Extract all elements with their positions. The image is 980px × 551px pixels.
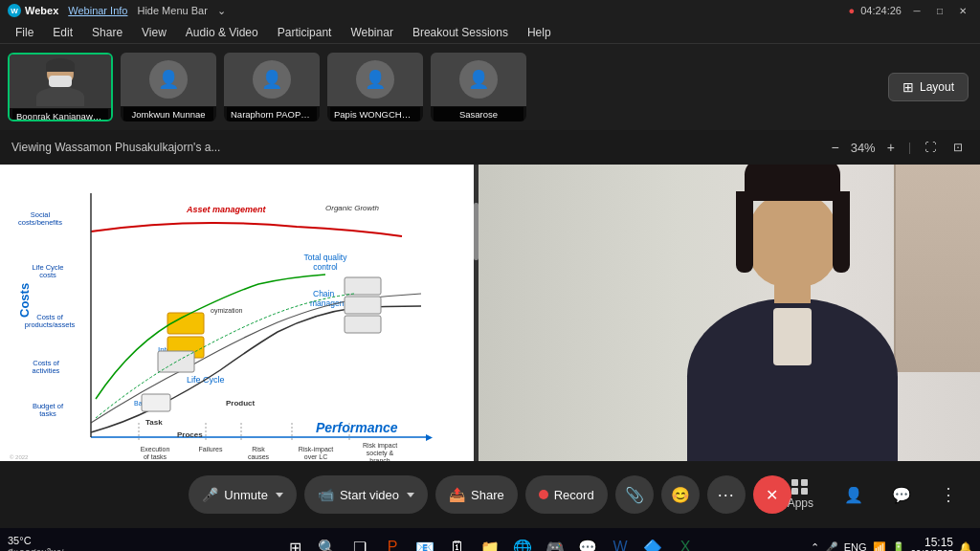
svg-text:oymization: oymization bbox=[211, 307, 243, 315]
speaker-hair bbox=[745, 165, 840, 201]
menu-toggle-icon[interactable]: ⌄ bbox=[217, 5, 226, 17]
menu-webinar[interactable]: Webinar bbox=[343, 24, 400, 41]
webinar-info-link[interactable]: Webinar Info bbox=[68, 5, 127, 16]
task-view-btn[interactable]: ❑ bbox=[345, 532, 375, 551]
share-btn[interactable]: 📤 Share bbox=[435, 475, 518, 514]
menu-share[interactable]: Share bbox=[84, 24, 130, 41]
menu-edit[interactable]: Edit bbox=[45, 24, 80, 41]
taskbar-app-edge[interactable]: 🌐 bbox=[507, 532, 538, 551]
zoom-in-btn[interactable]: + bbox=[881, 138, 901, 157]
more-options-btn[interactable]: ··· bbox=[707, 475, 746, 514]
share-label: Share bbox=[471, 488, 504, 502]
curtain bbox=[894, 165, 980, 372]
tray-up-arrow[interactable]: ⌃ bbox=[811, 541, 819, 552]
close-btn[interactable]: ✕ bbox=[953, 3, 972, 18]
chat-icon: 💬 bbox=[892, 486, 911, 504]
bottom-toolbar: 🎤 Unmute 📹 Start video 📤 Share Record 📎 … bbox=[0, 461, 980, 528]
record-dot-icon bbox=[539, 490, 548, 499]
window-controls[interactable]: ─ □ ✕ bbox=[907, 3, 972, 18]
taskbar: 35°C มีแดดส่วนใหญ่ ⊞ 🔍 ❑ P 📧 🗓 📁 🌐 🎮 💬 W… bbox=[0, 528, 980, 551]
layout-label: Layout bbox=[920, 80, 954, 94]
start-btn[interactable]: ⊞ bbox=[279, 532, 310, 551]
speaker-video bbox=[479, 165, 980, 461]
menu-audio-video[interactable]: Audio & Video bbox=[178, 24, 266, 41]
layout-btn[interactable]: ⊞ Layout bbox=[888, 73, 969, 101]
participant-thumb-1[interactable]: 👤 Jomkwun Munnae Cohost bbox=[121, 53, 216, 121]
participant-label-4: Sasarose bbox=[431, 106, 526, 121]
view-options-btn[interactable]: ⊡ bbox=[947, 139, 969, 156]
host-mask bbox=[49, 76, 72, 87]
hair-left bbox=[736, 191, 753, 273]
taskbar-app-6[interactable]: 🔷 bbox=[637, 532, 668, 551]
participant-label-3: Papis WONGCHAISUWAT bbox=[327, 106, 423, 121]
taskbar-app-2[interactable]: 🗓 bbox=[442, 532, 473, 551]
hide-menu-btn[interactable]: Hide Menu Bar bbox=[137, 5, 207, 16]
participants-btn[interactable]: 👤 bbox=[836, 477, 871, 512]
more-icon: ··· bbox=[718, 485, 735, 505]
notification-icon[interactable]: 🔔 bbox=[959, 541, 972, 552]
taskbar-app-5[interactable]: 💬 bbox=[572, 532, 603, 551]
menu-view[interactable]: View bbox=[134, 24, 174, 41]
svg-text:tasks: tasks bbox=[39, 409, 56, 418]
svg-rect-45 bbox=[345, 316, 381, 333]
svg-rect-43 bbox=[345, 277, 381, 295]
webex-logo: W Webex bbox=[8, 4, 58, 17]
svg-text:Total quality: Total quality bbox=[304, 253, 348, 262]
taskbar-app-ppt[interactable]: P bbox=[377, 532, 408, 551]
menu-file[interactable]: File bbox=[8, 24, 41, 41]
weather-desc: มีแดดส่วนใหญ่ bbox=[8, 546, 64, 551]
svg-text:Asset management: Asset management bbox=[186, 205, 267, 214]
taskbar-app-3[interactable]: 📁 bbox=[475, 532, 505, 551]
minimize-btn[interactable]: ─ bbox=[907, 3, 926, 18]
participant-thumb-2[interactable]: 👤 Naraphorn PAOPRASERT bbox=[224, 53, 320, 121]
taskbar-right: ⌃ 🎤 ENG 📶 🔋 15:15 29/6/2565 🔔 bbox=[811, 536, 972, 552]
slide-diagram-svg: Costs Social costs/benefits Life Cycle c… bbox=[0, 165, 479, 461]
svg-text:products/assets: products/assets bbox=[25, 320, 76, 329]
start-video-btn[interactable]: 📹 Start video bbox=[304, 475, 428, 514]
record-btn[interactable]: Record bbox=[525, 475, 608, 514]
search-taskbar-btn[interactable]: 🔍 bbox=[312, 532, 343, 551]
hair-right bbox=[833, 191, 850, 273]
svg-text:Risk impact: Risk impact bbox=[363, 442, 397, 450]
taskbar-app-4[interactable]: 🎮 bbox=[540, 532, 570, 551]
thumb-inner-2: 👤 bbox=[224, 53, 320, 106]
svg-text:costs: costs bbox=[39, 271, 56, 279]
speaker-shirt bbox=[773, 308, 812, 365]
taskbar-app-1[interactable]: 📧 bbox=[410, 532, 440, 551]
menu-help[interactable]: Help bbox=[520, 24, 559, 41]
unmute-btn[interactable]: 🎤 Unmute bbox=[189, 475, 297, 514]
taskbar-center: ⊞ 🔍 ❑ P 📧 🗓 📁 🌐 🎮 💬 W 🔷 X bbox=[279, 532, 701, 551]
svg-text:Task: Task bbox=[145, 418, 163, 427]
participant-label-1: Jomkwun Munnae Cohost bbox=[121, 106, 216, 121]
app-title: Webex bbox=[25, 5, 58, 16]
svg-text:costs/benefits: costs/benefits bbox=[18, 218, 62, 227]
participant-thumb-host[interactable]: Boonrak Kanjanawarawa... Cohost bbox=[8, 53, 113, 121]
participant-thumb-3[interactable]: 👤 Papis WONGCHAISUWAT bbox=[327, 53, 423, 121]
reaction-btn[interactable]: 😊 bbox=[661, 475, 700, 514]
more-right-icon: ⋮ bbox=[940, 485, 957, 504]
main-content: Costs Social costs/benefits Life Cycle c… bbox=[0, 165, 980, 461]
maximize-btn[interactable]: □ bbox=[930, 3, 949, 18]
chat-btn[interactable]: 💬 bbox=[884, 477, 919, 512]
taskbar-app-word[interactable]: W bbox=[605, 532, 635, 551]
attachment-btn[interactable]: 📎 bbox=[615, 475, 654, 514]
more-right-btn[interactable]: ⋮ bbox=[932, 480, 965, 509]
participant-strip: Boonrak Kanjanawarawa... Cohost 👤 Jomkwu… bbox=[0, 44, 980, 130]
zoom-out-btn[interactable]: − bbox=[825, 138, 844, 157]
taskbar-app-excel[interactable]: X bbox=[670, 532, 701, 551]
svg-text:control: control bbox=[313, 262, 338, 272]
svg-text:Organic Growth: Organic Growth bbox=[325, 204, 380, 212]
participant-thumb-4[interactable]: 👤 Sasarose bbox=[431, 53, 526, 121]
menu-participant[interactable]: Participant bbox=[270, 24, 340, 41]
fit-page-btn[interactable]: ⛶ bbox=[919, 139, 942, 156]
apps-btn[interactable]: Apps bbox=[778, 475, 823, 514]
video-icon: 📹 bbox=[318, 487, 334, 502]
slide-area[interactable]: Costs Social costs/benefits Life Cycle c… bbox=[0, 165, 479, 461]
thumb-inner-1: 👤 bbox=[121, 53, 216, 106]
participant-name-1: Jomkwun Munnae bbox=[123, 107, 213, 121]
svg-text:causes: causes bbox=[248, 453, 270, 460]
people-icon: 👤 bbox=[844, 486, 863, 504]
time-display: 15:15 29/6/2565 bbox=[911, 536, 954, 552]
menu-breakout-sessions[interactable]: Breakout Sessions bbox=[405, 24, 516, 41]
speaker-figure bbox=[687, 165, 898, 461]
